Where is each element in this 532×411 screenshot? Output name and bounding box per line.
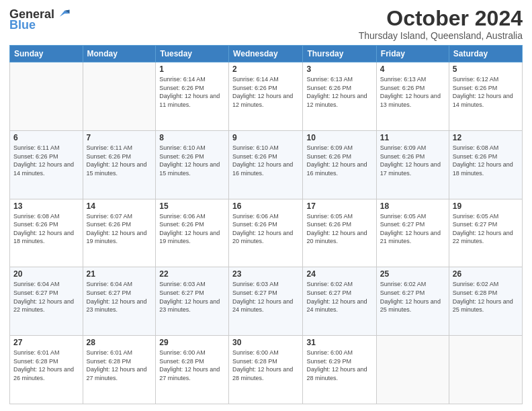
day-info: Sunrise: 6:00 AM Sunset: 6:28 PM Dayligh… [232,349,299,382]
day-number: 18 [380,201,445,211]
table-row: 3Sunrise: 6:13 AM Sunset: 6:26 PM Daylig… [303,62,376,131]
table-row: 11Sunrise: 6:09 AM Sunset: 6:26 PM Dayli… [376,130,449,199]
table-row: 30Sunrise: 6:00 AM Sunset: 6:28 PM Dayli… [229,336,303,404]
day-number: 31 [306,338,372,347]
header-monday: Monday [83,46,156,62]
table-row: 14Sunrise: 6:07 AM Sunset: 6:26 PM Dayli… [83,199,156,267]
table-row: 31Sunrise: 6:00 AM Sunset: 6:29 PM Dayli… [303,336,376,404]
day-info: Sunrise: 6:11 AM Sunset: 6:26 PM Dayligh… [87,144,152,177]
day-info: Sunrise: 6:06 AM Sunset: 6:26 PM Dayligh… [159,212,225,246]
day-info: Sunrise: 6:08 AM Sunset: 6:26 PM Dayligh… [453,144,519,177]
day-info: Sunrise: 6:01 AM Sunset: 6:28 PM Dayligh… [87,349,152,382]
day-number: 28 [87,338,152,347]
day-number: 30 [232,338,299,347]
table-row: 9Sunrise: 6:10 AM Sunset: 6:26 PM Daylig… [229,130,303,199]
calendar-week-row: 6Sunrise: 6:11 AM Sunset: 6:26 PM Daylig… [10,130,523,199]
day-number: 10 [306,133,372,142]
day-info: Sunrise: 6:02 AM Sunset: 6:27 PM Dayligh… [380,280,445,314]
day-info: Sunrise: 6:03 AM Sunset: 6:27 PM Dayligh… [159,280,225,314]
calendar-week-row: 20Sunrise: 6:04 AM Sunset: 6:27 PM Dayli… [10,267,523,336]
header-wednesday: Wednesday [229,46,303,62]
day-info: Sunrise: 6:01 AM Sunset: 6:28 PM Dayligh… [13,349,79,382]
day-number: 19 [453,201,519,211]
table-row [83,62,156,131]
day-info: Sunrise: 6:02 AM Sunset: 6:27 PM Dayligh… [306,280,372,314]
page: General Blue October 2024 Thursday Islan… [0,0,532,411]
table-row: 23Sunrise: 6:03 AM Sunset: 6:27 PM Dayli… [229,267,303,336]
day-info: Sunrise: 6:13 AM Sunset: 6:26 PM Dayligh… [380,75,445,109]
day-number: 4 [380,64,445,74]
day-number: 16 [232,201,299,211]
day-number: 7 [87,133,152,142]
day-info: Sunrise: 6:09 AM Sunset: 6:26 PM Dayligh… [306,144,372,177]
day-number: 11 [380,133,445,142]
table-row: 16Sunrise: 6:06 AM Sunset: 6:26 PM Dayli… [229,199,303,267]
table-row: 6Sunrise: 6:11 AM Sunset: 6:26 PM Daylig… [10,130,83,199]
day-info: Sunrise: 6:00 AM Sunset: 6:28 PM Dayligh… [159,349,225,382]
day-number: 12 [453,133,519,142]
day-number: 22 [159,269,225,279]
table-row: 13Sunrise: 6:08 AM Sunset: 6:26 PM Dayli… [10,199,83,267]
table-row: 19Sunrise: 6:05 AM Sunset: 6:27 PM Dayli… [449,199,522,267]
day-info: Sunrise: 6:10 AM Sunset: 6:26 PM Dayligh… [159,144,225,177]
day-info: Sunrise: 6:14 AM Sunset: 6:26 PM Dayligh… [159,75,225,109]
day-info: Sunrise: 6:09 AM Sunset: 6:26 PM Dayligh… [380,144,445,177]
table-row: 17Sunrise: 6:05 AM Sunset: 6:26 PM Dayli… [303,199,376,267]
table-row: 12Sunrise: 6:08 AM Sunset: 6:26 PM Dayli… [449,130,522,199]
day-info: Sunrise: 6:00 AM Sunset: 6:29 PM Dayligh… [306,349,372,382]
day-number: 25 [380,269,445,279]
day-info: Sunrise: 6:02 AM Sunset: 6:28 PM Dayligh… [453,280,519,314]
header-friday: Friday [376,46,449,62]
table-row: 20Sunrise: 6:04 AM Sunset: 6:27 PM Dayli… [10,267,83,336]
subtitle: Thursday Island, Queensland, Australia [359,30,523,41]
table-row: 7Sunrise: 6:11 AM Sunset: 6:26 PM Daylig… [83,130,156,199]
table-row: 1Sunrise: 6:14 AM Sunset: 6:26 PM Daylig… [156,62,229,131]
day-info: Sunrise: 6:05 AM Sunset: 6:26 PM Dayligh… [306,212,372,246]
table-row: 4Sunrise: 6:13 AM Sunset: 6:26 PM Daylig… [376,62,449,131]
table-row: 26Sunrise: 6:02 AM Sunset: 6:28 PM Dayli… [449,267,522,336]
day-number: 6 [13,133,79,142]
table-row [449,336,522,404]
day-number: 24 [306,269,372,279]
table-row: 2Sunrise: 6:14 AM Sunset: 6:26 PM Daylig… [229,62,303,131]
day-number: 15 [159,201,225,211]
day-number: 14 [87,201,152,211]
month-title: October 2024 [359,7,523,30]
day-info: Sunrise: 6:14 AM Sunset: 6:26 PM Dayligh… [232,75,299,109]
day-number: 8 [159,133,225,142]
day-info: Sunrise: 6:07 AM Sunset: 6:26 PM Dayligh… [87,212,152,246]
day-number: 13 [13,201,79,211]
table-row: 27Sunrise: 6:01 AM Sunset: 6:28 PM Dayli… [10,336,83,404]
day-info: Sunrise: 6:13 AM Sunset: 6:26 PM Dayligh… [306,75,372,109]
day-number: 27 [13,338,79,347]
day-number: 29 [159,338,225,347]
header-tuesday: Tuesday [156,46,229,62]
day-number: 2 [232,64,299,74]
table-row: 24Sunrise: 6:02 AM Sunset: 6:27 PM Dayli… [303,267,376,336]
table-row: 25Sunrise: 6:02 AM Sunset: 6:27 PM Dayli… [376,267,449,336]
table-row: 21Sunrise: 6:04 AM Sunset: 6:27 PM Dayli… [83,267,156,336]
day-info: Sunrise: 6:05 AM Sunset: 6:27 PM Dayligh… [453,212,519,246]
table-row [376,336,449,404]
calendar-table: Sunday Monday Tuesday Wednesday Thursday… [9,45,523,404]
day-number: 20 [13,269,79,279]
table-row [10,62,83,131]
table-row: 15Sunrise: 6:06 AM Sunset: 6:26 PM Dayli… [156,199,229,267]
days-header-row: Sunday Monday Tuesday Wednesday Thursday… [10,46,523,62]
day-number: 21 [87,269,152,279]
logo-bird-icon [56,7,71,21]
day-info: Sunrise: 6:08 AM Sunset: 6:26 PM Dayligh… [13,212,79,246]
table-row: 22Sunrise: 6:03 AM Sunset: 6:27 PM Dayli… [156,267,229,336]
day-info: Sunrise: 6:04 AM Sunset: 6:27 PM Dayligh… [87,280,152,314]
day-number: 1 [159,64,225,74]
calendar-week-row: 27Sunrise: 6:01 AM Sunset: 6:28 PM Dayli… [10,336,523,404]
day-info: Sunrise: 6:04 AM Sunset: 6:27 PM Dayligh… [13,280,79,314]
table-row: 5Sunrise: 6:12 AM Sunset: 6:26 PM Daylig… [449,62,522,131]
day-number: 26 [453,269,519,279]
logo: General Blue [9,7,71,31]
title-block: October 2024 Thursday Island, Queensland… [359,7,523,41]
day-info: Sunrise: 6:11 AM Sunset: 6:26 PM Dayligh… [13,144,79,177]
table-row: 8Sunrise: 6:10 AM Sunset: 6:26 PM Daylig… [156,130,229,199]
table-row: 29Sunrise: 6:00 AM Sunset: 6:28 PM Dayli… [156,336,229,404]
header-sunday: Sunday [10,46,83,62]
